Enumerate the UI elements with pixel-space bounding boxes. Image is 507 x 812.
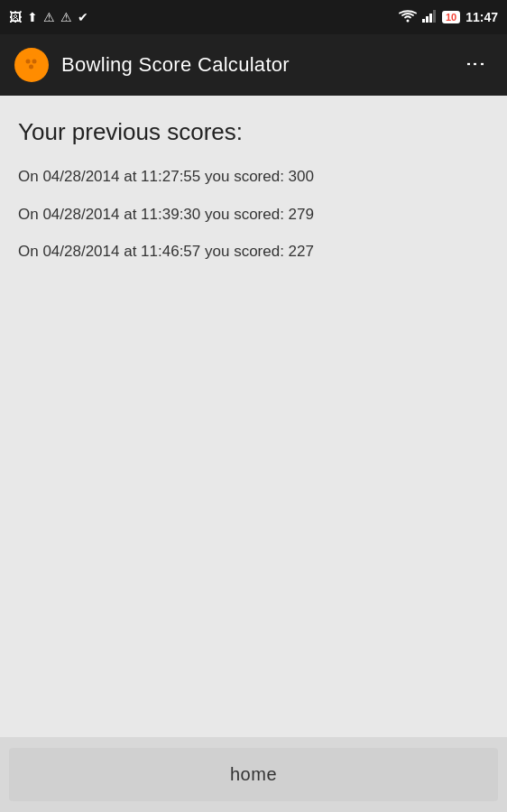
status-bar: 🖼 ⬆ ⚠ ⚠ ✔ 10 11:47	[0, 0, 507, 34]
wifi-icon	[399, 10, 417, 25]
main-content: Your previous scores: On 04/28/2014 at 1…	[0, 96, 507, 737]
svg-rect-1	[422, 19, 425, 23]
score-entry-1: On 04/28/2014 at 11:27:55 you scored: 30…	[18, 166, 489, 188]
svg-point-0	[406, 19, 409, 22]
warning-icon-1: ⚠	[43, 10, 55, 24]
score-entry-2: On 04/28/2014 at 11:39:30 you scored: 27…	[18, 204, 489, 226]
home-button[interactable]: home	[9, 748, 498, 801]
check-icon: ✔	[78, 10, 88, 24]
svg-point-7	[32, 60, 37, 64]
overflow-menu-button[interactable]: ⋮	[458, 47, 493, 83]
app-icon	[14, 48, 49, 82]
score-entry-3: On 04/28/2014 at 11:46:57 you scored: 22…	[18, 241, 489, 263]
svg-point-8	[29, 65, 33, 69]
app-bar: Bowling Score Calculator ⋮	[0, 34, 507, 96]
signal-icon	[422, 10, 437, 25]
warning-icon-2: ⚠	[60, 10, 72, 24]
status-bar-left-icons: 🖼 ⬆ ⚠ ⚠ ✔	[9, 10, 88, 24]
clock: 11:47	[466, 10, 498, 24]
upload-icon: ⬆	[27, 10, 38, 24]
app-title: Bowling Score Calculator	[61, 53, 458, 77]
image-icon: 🖼	[9, 10, 22, 24]
svg-rect-3	[429, 14, 432, 23]
status-bar-right: 10 11:47	[399, 10, 498, 25]
battery-level: 10	[442, 11, 460, 23]
section-title: Your previous scores:	[18, 117, 489, 148]
footer: home	[0, 737, 507, 812]
svg-rect-2	[426, 16, 429, 23]
svg-point-6	[26, 60, 31, 64]
svg-rect-4	[433, 10, 436, 23]
